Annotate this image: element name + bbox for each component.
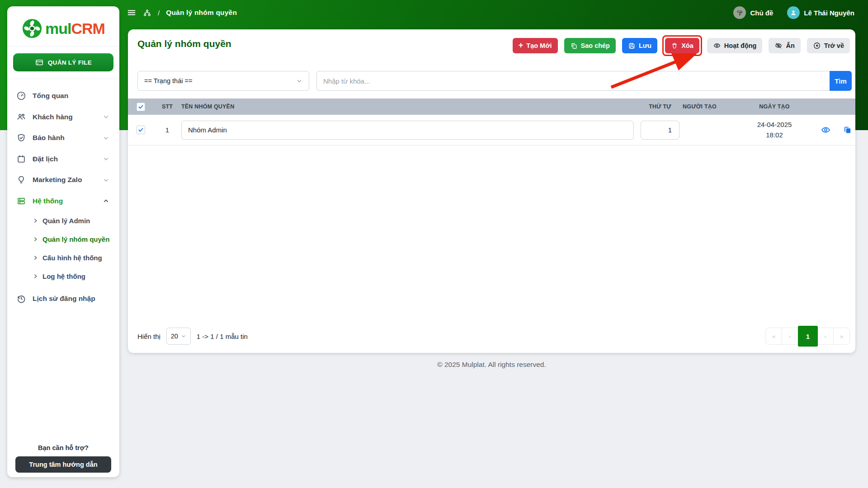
chevron-down-icon <box>103 155 109 162</box>
row-order-cell <box>637 121 683 140</box>
file-manager-button[interactable]: QUẢN LÝ FILE <box>13 53 113 71</box>
row-name-cell <box>181 121 637 140</box>
sidebar-item-dat-lich[interactable]: Đặt lịch <box>7 149 119 170</box>
sidebar-item-bao-hanh[interactable]: Bảo hành <box>7 127 119 149</box>
duplicate-copy-icon[interactable] <box>843 125 852 135</box>
pager-page-1-button[interactable]: 1 <box>798 326 818 347</box>
pagination-bar: Hiển thị 20 1 -> 1 / 1 mẫu tin « ‹ 1 › » <box>137 328 850 345</box>
topbar: / Quản lý nhóm quyền Chủ đề Lê Thái Nguy… <box>0 0 868 25</box>
trash-icon <box>671 42 678 49</box>
sidebar: mulCRM QUẢN LÝ FILE Tổng quan Khách hàng <box>7 6 119 477</box>
help-text: Bạn cần hỗ trợ? <box>15 444 111 451</box>
action-toolbar: + Tạo Mới Sao chép Lưu Xóa <box>513 38 850 53</box>
row-checkbox[interactable] <box>137 126 145 134</box>
breadcrumb-current: Quản lý nhóm quyền <box>166 9 237 17</box>
sidebar-item-tong-quan[interactable]: Tổng quan <box>7 85 119 107</box>
view-eye-icon[interactable] <box>821 125 831 135</box>
hide-button[interactable]: Ẩn <box>769 38 800 53</box>
sidebar-item-he-thong[interactable]: Hệ thống <box>7 191 119 212</box>
back-button[interactable]: Trở về <box>807 38 850 53</box>
chevron-right-icon <box>33 255 38 261</box>
copy-icon <box>570 42 578 50</box>
hide-button-label: Ẩn <box>786 42 794 49</box>
sidebar-item-label: Khách hàng <box>33 113 103 121</box>
copyright-footer: © 2025 Mulplat. All rights reserved. <box>128 361 855 369</box>
divider <box>7 46 119 47</box>
sidebar-subitem-quan-ly-nhom-quyen[interactable]: Quản lý nhóm quyền <box>7 230 119 249</box>
chevron-right-icon <box>33 236 38 242</box>
search-button[interactable]: Tìm <box>830 71 852 91</box>
keyword-input[interactable] <box>316 71 830 91</box>
chevron-down-icon <box>296 78 302 84</box>
sidebar-subitem-label: Quản lý nhóm quyền <box>42 235 109 243</box>
row-created-cell: 24-04-2025 18:02 <box>731 120 817 140</box>
page-size-select[interactable]: 20 <box>166 328 191 345</box>
records-info: 1 -> 1 / 1 mẫu tin <box>197 333 248 340</box>
create-button[interactable]: + Tạo Mới <box>513 38 558 53</box>
breadcrumb: / Quản lý nhóm quyền <box>127 8 237 18</box>
sidebar-item-label: Hệ thống <box>33 197 103 205</box>
pager-last-button[interactable]: » <box>833 328 850 345</box>
column-header-creator: NGƯỜI TẠO <box>683 103 731 110</box>
status-select[interactable]: == Trạng thái == <box>137 71 309 91</box>
chevron-down-icon <box>103 177 109 183</box>
select-all-checkbox[interactable] <box>137 103 145 111</box>
filter-bar: == Trạng thái == Tìm <box>137 71 852 91</box>
user-name[interactable]: Lê Thái Nguyên <box>804 9 854 17</box>
group-order-input[interactable] <box>641 121 679 140</box>
pager-next-button[interactable]: › <box>817 328 834 345</box>
save-button-label: Lưu <box>639 42 651 49</box>
copy-button-label: Sao chép <box>581 42 610 49</box>
eye-icon <box>713 42 721 50</box>
group-name-input[interactable] <box>181 121 634 140</box>
pagination-left: Hiển thị 20 1 -> 1 / 1 mẫu tin <box>137 328 248 345</box>
user-avatar-icon[interactable] <box>787 6 800 19</box>
back-button-label: Trở về <box>824 42 844 49</box>
divider <box>7 79 119 79</box>
pager: « ‹ 1 › » <box>765 328 850 345</box>
file-manager-label: QUẢN LÝ FILE <box>48 59 92 66</box>
pager-first-button[interactable]: « <box>765 328 782 345</box>
shield-check-icon <box>16 133 26 143</box>
system-submenu: Quản lý Admin Quản lý nhóm quyền Cấu hìn… <box>7 211 119 286</box>
lightbulb-icon <box>16 175 26 185</box>
chevron-right-icon <box>33 218 38 224</box>
sidebar-item-lich-su-dang-nhap[interactable]: Lịch sử đăng nhập <box>7 288 119 310</box>
save-icon <box>628 42 636 50</box>
sidebar-item-label: Tổng quan <box>33 92 109 100</box>
page-size-value: 20 <box>171 333 178 340</box>
content-card: Quản lý nhóm quyền + Tạo Mới Sao chép Lư… <box>128 29 855 353</box>
chevron-down-icon <box>103 135 109 141</box>
help-center-button[interactable]: Trung tâm hướng dẫn <box>15 456 111 473</box>
sidebar-item-khach-hang[interactable]: Khách hàng <box>7 107 119 128</box>
paint-roller-icon[interactable] <box>733 6 746 19</box>
column-header-order: THỨ TỰ <box>637 103 683 110</box>
activate-button[interactable]: Hoạt động <box>707 38 763 53</box>
sidebar-help: Bạn cần hỗ trợ? Trung tâm hướng dẫn <box>15 444 111 473</box>
page-title: Quản lý nhóm quyền <box>137 38 231 49</box>
sidebar-subitem-quan-ly-admin[interactable]: Quản lý Admin <box>7 211 119 230</box>
sidebar-subitem-log-he-thong[interactable]: Log hệ thống <box>7 267 119 286</box>
sidebar-subitem-cau-hinh-he-thong[interactable]: Cấu hình hệ thống <box>7 249 119 267</box>
permission-groups-table: STT TÊN NHÓM QUYỀN THỨ TỰ NGƯỜI TẠO NGÀY… <box>128 99 855 145</box>
column-header-name: TÊN NHÓM QUYỀN <box>181 103 637 110</box>
table-header-row: STT TÊN NHÓM QUYỀN THỨ TỰ NGƯỜI TẠO NGÀY… <box>128 99 855 115</box>
sidebar-subitem-label: Log hệ thống <box>42 272 85 280</box>
delete-button-label: Xóa <box>681 42 693 49</box>
delete-button[interactable]: Xóa <box>665 38 699 53</box>
row-checkbox-cell <box>128 126 153 134</box>
annotation-highlight-box: Xóa <box>662 35 702 56</box>
calendar-icon <box>16 154 26 164</box>
copy-button[interactable]: Sao chép <box>564 38 616 53</box>
server-icon <box>16 196 26 206</box>
menu-icon[interactable] <box>127 8 137 18</box>
sidebar-nav: Tổng quan Khách hàng Bảo hành Đặt lịc <box>7 85 119 310</box>
column-header-stt: STT <box>153 103 181 110</box>
save-button[interactable]: Lưu <box>622 38 657 53</box>
pager-prev-button[interactable]: ‹ <box>782 328 798 345</box>
sidebar-item-marketing-zalo[interactable]: Marketing Zalo <box>7 169 119 191</box>
sitemap-icon[interactable] <box>143 9 151 17</box>
row-actions <box>817 125 855 135</box>
theme-button[interactable]: Chủ đề <box>750 9 773 17</box>
dashboard-icon <box>16 91 26 101</box>
